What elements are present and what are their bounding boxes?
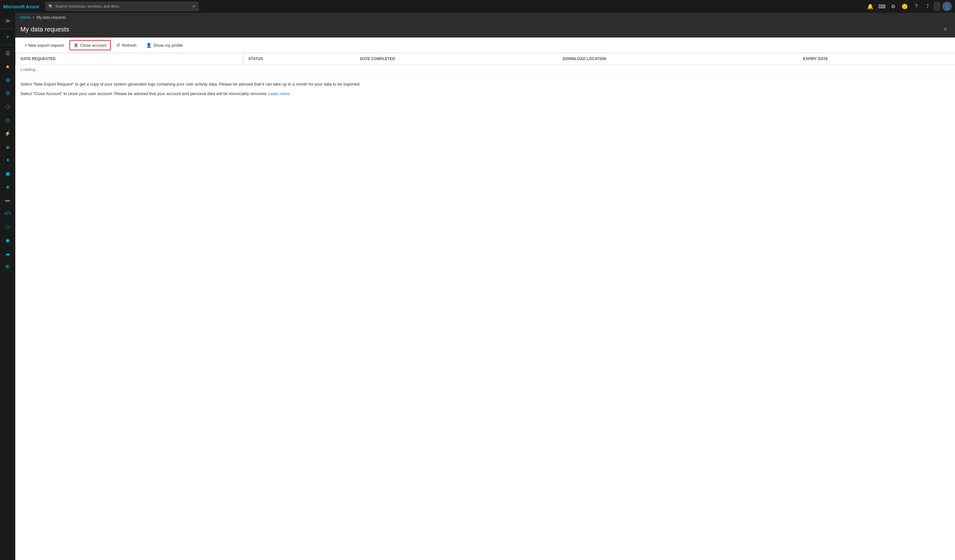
topbar-actions: 🔔 ⌨ ⚙ 🙂 ? ⤴ 👤 (865, 1, 952, 11)
search-input[interactable] (55, 4, 192, 9)
storage-icon: ▬ (5, 197, 10, 203)
clear-search-icon[interactable]: ✕ (192, 4, 196, 9)
sidebar-code[interactable]: </> (1, 207, 14, 220)
content-area: Home > My data requests My data requests… (15, 13, 955, 560)
table-header: DATE REQUESTED STATUS DATE COMPLETED DOW… (16, 53, 955, 64)
close-account-label: Close account (80, 43, 106, 48)
col-date-requested[interactable]: DATE REQUESTED (16, 53, 243, 64)
close-info-text: Select "Close Account" to close your use… (20, 90, 950, 97)
user-box[interactable] (934, 2, 940, 11)
cloud-icon: ☁ (5, 251, 10, 257)
sidebar-bolt[interactable]: ⚡ (1, 127, 14, 140)
feedback-icon[interactable]: 🙂 (900, 1, 910, 11)
monitor-icon: ▣ (5, 170, 10, 176)
trash-icon: 🗑 (74, 43, 78, 48)
export-info-text: Select "New Export Request" to get a cop… (20, 81, 950, 87)
sidebar-apps[interactable]: ⧉ (1, 87, 14, 100)
sidebar-create[interactable]: + (1, 31, 14, 43)
show-profile-label: Show my profile (153, 43, 183, 48)
terminal-icon[interactable]: ⌨ (877, 1, 887, 11)
sidebar: ≫ + ☰ ★ ⊞ ⧉ ⬡ ◎ ⚡ ⬙ ✦ (0, 13, 15, 560)
plus-icon: + (6, 33, 9, 41)
new-export-button[interactable]: + New export request (20, 41, 68, 50)
table-header-row: DATE REQUESTED STATUS DATE COMPLETED DOW… (16, 53, 955, 64)
learn-more-link[interactable]: Learn more. (269, 91, 291, 96)
show-profile-button[interactable]: 👤 Show my profile (142, 41, 187, 50)
sidebar-expand[interactable]: ≫ (1, 14, 14, 27)
apps-icon: ⧉ (6, 90, 9, 96)
database-icon: ⬙ (6, 144, 9, 150)
sidebar-cloud[interactable]: ☁ (1, 247, 14, 260)
table-row-loading: Loading... (16, 64, 955, 75)
new-export-label: + New export request (25, 43, 64, 48)
page-title: My data requests (20, 26, 69, 33)
shield-icon: ⛨ (5, 264, 10, 270)
avatar[interactable]: 👤 (942, 2, 952, 11)
sidebar-cube[interactable]: ⬡ (1, 100, 14, 113)
col-expiry-date: EXPIRY DATE (798, 53, 955, 64)
sidebar-circle[interactable]: ◉ (1, 234, 14, 246)
directory-icon[interactable]: ⤴ (922, 1, 933, 11)
loading-text: Loading... (16, 64, 955, 75)
table-body: Loading... (16, 64, 955, 75)
refresh-button[interactable]: ↺ Refresh (112, 41, 141, 50)
sidebar-divider-2 (3, 45, 13, 45)
profile-icon: 👤 (146, 43, 152, 48)
refresh-label: Refresh (122, 43, 136, 48)
breadcrumb-current: My data requests (37, 15, 66, 20)
diamond-icon: ◈ (6, 184, 9, 190)
info-section: Select "New Export Request" to get a cop… (15, 75, 955, 560)
breadcrumb-separator: > (33, 15, 35, 20)
sidebar-monitor[interactable]: ▣ (1, 167, 14, 180)
close-info-before: Select "Close Account" to close your use… (20, 91, 268, 96)
sidebar-shield[interactable]: ⛨ (1, 261, 14, 273)
expand-icon: ≫ (5, 18, 11, 24)
search-bar[interactable]: 🔍 ✕ (45, 2, 198, 11)
sidebar-storage[interactable]: ▬ (1, 193, 14, 206)
bolt-icon: ⚡ (5, 130, 11, 136)
sidebar-favorites[interactable]: ★ (1, 60, 14, 73)
code-icon: </> (4, 211, 11, 216)
star-icon: ★ (5, 64, 10, 70)
breadcrumb-home[interactable]: Home (20, 15, 31, 20)
sidebar-globe[interactable]: ◎ (1, 114, 14, 126)
sidebar-dashboard[interactable]: ⊞ (1, 73, 14, 86)
data-table: DATE REQUESTED STATUS DATE COMPLETED DOW… (15, 53, 955, 75)
dashboard-icon: ⊞ (6, 77, 10, 83)
page-close-button[interactable]: × (941, 25, 950, 34)
app-brand: Microsoft Azure (3, 4, 39, 9)
sidebar-diamond2[interactable]: ◇ (1, 220, 14, 233)
breadcrumb: Home > My data requests (15, 13, 955, 22)
col-status: STATUS (243, 53, 355, 64)
notifications-icon[interactable]: 🔔 (865, 1, 875, 11)
sidebar-rocket[interactable]: ✦ (1, 154, 14, 166)
col-date-completed: DATE COMPLETED (355, 53, 557, 64)
page-header: My data requests × (15, 22, 955, 37)
sidebar-database[interactable]: ⬙ (1, 140, 14, 153)
refresh-icon: ↺ (116, 43, 120, 48)
diamond2-icon: ◇ (6, 224, 9, 230)
cube-icon: ⬡ (5, 104, 10, 110)
main-layout: ≫ + ☰ ★ ⊞ ⧉ ⬡ ◎ ⚡ ⬙ ✦ (0, 13, 955, 560)
circle-icon: ◉ (5, 237, 10, 243)
search-icon: 🔍 (49, 4, 53, 9)
topbar: Microsoft Azure 🔍 ✕ 🔔 ⌨ ⚙ 🙂 ? ⤴ 👤 (0, 0, 955, 13)
col-download-location: DOWNLOAD LOCATION (557, 53, 798, 64)
panel: + New export request 🗑 Close account ↺ R… (15, 37, 955, 560)
sidebar-menu[interactable]: ☰ (1, 47, 14, 59)
rocket-icon: ✦ (6, 157, 10, 163)
help-icon[interactable]: ? (911, 1, 921, 11)
menu-icon: ☰ (5, 50, 10, 56)
globe-icon: ◎ (5, 117, 10, 123)
sidebar-diamond[interactable]: ◈ (1, 180, 14, 193)
settings-icon[interactable]: ⚙ (888, 1, 898, 11)
toolbar: + New export request 🗑 Close account ↺ R… (15, 37, 955, 53)
close-account-button[interactable]: 🗑 Close account (69, 40, 111, 50)
